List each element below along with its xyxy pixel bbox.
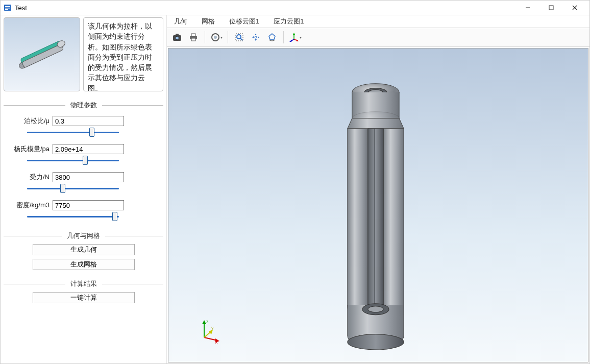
svg-marker-47	[209, 330, 213, 334]
pan-button[interactable]	[249, 30, 263, 44]
app-icon	[4, 4, 12, 12]
minimize-button[interactable]	[516, 1, 539, 15]
param-young-label: 杨氏模量/pa	[7, 144, 53, 154]
tab-mesh[interactable]: 网格	[194, 15, 222, 28]
param-young-slider[interactable]	[27, 156, 119, 164]
svg-marker-41	[202, 320, 206, 324]
thumbnail-viewport[interactable]	[4, 17, 80, 91]
svg-rect-16	[191, 34, 195, 36]
param-density-input[interactable]	[53, 200, 124, 210]
param-density-row: 密度/kg/m3	[4, 200, 163, 210]
svg-marker-28	[297, 39, 299, 41]
window-controls	[516, 1, 586, 15]
param-young-input[interactable]	[53, 144, 124, 154]
tab-displacement[interactable]: 位移云图1	[222, 15, 266, 28]
param-young-row: 杨氏模量/pa	[4, 144, 163, 154]
shade-mode-button[interactable]: ▾	[209, 30, 224, 44]
tab-stress[interactable]: 应力云图1	[266, 15, 311, 28]
svg-marker-30	[289, 40, 292, 42]
print-button[interactable]	[186, 30, 201, 44]
toolbar-separator	[228, 31, 228, 43]
shade-icon	[211, 33, 220, 42]
param-force-row: 受力/N	[4, 172, 163, 182]
svg-marker-26	[293, 33, 295, 35]
svg-marker-24	[269, 34, 275, 39]
svg-rect-17	[191, 38, 195, 41]
compute-button[interactable]: 一键计算	[33, 292, 135, 303]
axis-triad: z x y	[196, 318, 222, 344]
section-geom: 几何与网格 生成几何 生成网格	[4, 231, 163, 270]
svg-rect-35	[368, 129, 383, 321]
param-poisson-slider[interactable]	[27, 128, 119, 136]
svg-rect-2	[5, 8, 10, 9]
tabbar: 几何 网格 位移云图1 应力云图1	[167, 15, 589, 28]
rotate-button[interactable]	[265, 30, 279, 44]
param-force-slider[interactable]	[27, 184, 119, 192]
camera-icon	[172, 33, 182, 42]
section-result-title: 计算结果	[65, 279, 102, 288]
zoom-icon	[235, 33, 244, 42]
param-density-label: 密度/kg/m3	[7, 201, 53, 210]
toolbar-separator	[283, 31, 284, 43]
thumbnail-model-icon	[6, 34, 78, 75]
svg-rect-13	[176, 34, 179, 36]
main-viewport[interactable]: z x y	[168, 48, 588, 362]
svg-text:z: z	[206, 319, 209, 324]
viewport-toolbar: ▾ ▾	[167, 28, 589, 47]
zoom-fit-button[interactable]	[232, 30, 247, 44]
titlebar: Test	[1, 1, 589, 15]
svg-point-39	[348, 334, 404, 350]
svg-text:y: y	[211, 325, 214, 330]
svg-point-23	[255, 36, 257, 38]
rotate-icon	[267, 33, 277, 42]
svg-point-14	[176, 36, 179, 40]
content-area: 该几何体为拉杆，以侧面为约束进行分析。如图所示绿色表面分为受到正压力时的受力情况…	[1, 15, 589, 363]
info-row: 该几何体为拉杆，以侧面为约束进行分析。如图所示绿色表面分为受到正压力时的受力情况…	[4, 17, 163, 91]
axis-icon	[289, 32, 299, 42]
svg-rect-5	[549, 6, 553, 10]
svg-text:x: x	[215, 339, 218, 344]
axis-orientation-button[interactable]: ▾	[288, 30, 302, 44]
param-poisson-label: 泊松比/μ	[7, 116, 53, 126]
print-icon	[188, 33, 199, 42]
svg-point-38	[368, 306, 383, 312]
tab-geometry[interactable]: 几何	[167, 15, 194, 28]
section-params-title: 物理参数	[65, 101, 102, 110]
svg-rect-3	[5, 9, 8, 10]
section-params: 物理参数 泊松比/μ 杨氏模量/pa 受力/N 密度/kg/m3	[4, 101, 163, 222]
param-force-input[interactable]	[53, 172, 124, 182]
left-panel: 该几何体为拉杆，以侧面为约束进行分析。如图所示绿色表面分为受到正压力时的受力情况…	[1, 15, 166, 363]
param-force-label: 受力/N	[7, 173, 53, 182]
app-window: Test 该几何体为拉	[0, 0, 590, 364]
pan-icon	[251, 33, 260, 42]
svg-rect-1	[5, 6, 10, 7]
generate-geometry-button[interactable]: 生成几何	[33, 244, 135, 255]
svg-point-21	[237, 35, 241, 39]
camera-button[interactable]	[170, 30, 184, 44]
toolbar-separator	[205, 31, 205, 43]
model-display	[168, 48, 588, 362]
right-panel: 几何 网格 位移云图1 应力云图1 ▾	[166, 15, 589, 363]
svg-line-22	[240, 38, 242, 40]
window-title: Test	[15, 4, 516, 12]
section-geom-title: 几何与网格	[62, 231, 105, 240]
param-poisson-row: 泊松比/μ	[4, 116, 163, 126]
description-box: 该几何体为拉杆，以侧面为约束进行分析。如图所示绿色表面分为受到正压力时的受力情况…	[83, 17, 163, 91]
maximize-button[interactable]	[539, 1, 563, 15]
close-button[interactable]	[563, 1, 586, 15]
param-poisson-input[interactable]	[53, 116, 124, 126]
param-density-slider[interactable]	[27, 212, 119, 221]
section-result: 计算结果 一键计算	[4, 279, 163, 303]
generate-mesh-button[interactable]: 生成网格	[33, 259, 135, 270]
svg-point-19	[214, 36, 217, 39]
